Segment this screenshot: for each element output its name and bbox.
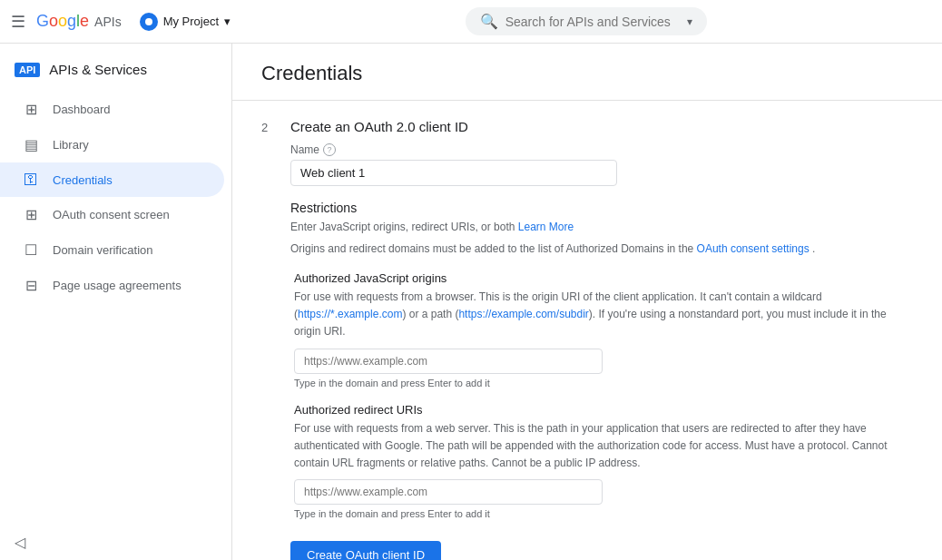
create-oauth-button[interactable]: Create OAuth client ID (290, 541, 441, 560)
restrictions-section: Restrictions Enter JavaScript origins, r… (290, 201, 913, 257)
name-help-icon[interactable]: ? (323, 143, 336, 156)
sidebar-nav: ⊞ Dashboard ▤ Library ⚿ Credentials ⊞ OA… (0, 92, 231, 303)
credentials-icon: ⚿ (22, 172, 40, 188)
main-body: 2 Create an OAuth 2.0 client ID Name ? R… (232, 101, 942, 560)
sidebar-collapse-button[interactable]: ◁ (0, 525, 231, 560)
name-field-group: Name ? (290, 143, 913, 186)
app-layout: API APIs & Services ⊞ Dashboard ▤ Librar… (0, 44, 942, 560)
js-origins-desc: For use with requests from a browser. Th… (294, 289, 913, 341)
sidebar-item-label: Dashboard (53, 103, 111, 116)
sidebar-item-label: Domain verification (53, 243, 153, 257)
page-usage-icon: ⊟ (22, 277, 40, 294)
js-wildcard-example: https://*.example.com (298, 308, 402, 320)
sidebar-item-label: OAuth consent screen (53, 208, 170, 221)
restrictions-title: Restrictions (290, 201, 913, 215)
search-icon: 🔍 (480, 13, 498, 30)
redirect-uris-section: Authorized redirect URIs For use with re… (290, 403, 913, 520)
step-title: Create an OAuth 2.0 client ID (290, 119, 913, 134)
search-bar: 🔍 ▾ (466, 7, 708, 35)
chevron-down-icon: ▾ (224, 15, 231, 28)
js-path-example: https://example.com/subdir (458, 308, 588, 320)
warning-text: Origins and redirect domains must be add… (290, 241, 913, 257)
search-input[interactable] (505, 15, 681, 29)
js-origins-input[interactable] (294, 349, 603, 374)
google-wordmark: Google (36, 12, 89, 31)
sidebar-header: API APIs & Services (0, 51, 231, 92)
oauth-consent-link[interactable]: OAuth consent settings (697, 242, 810, 255)
js-origins-title: Authorized JavaScript origins (294, 271, 913, 285)
js-origins-section: Authorized JavaScript origins For use wi… (290, 271, 913, 388)
topbar: ☰ Google APIs My Project ▾ 🔍 ▾ (0, 0, 942, 44)
redirect-uris-title: Authorized redirect URIs (294, 403, 913, 417)
sidebar-item-library[interactable]: ▤ Library (0, 127, 224, 162)
name-label: Name ? (290, 143, 913, 156)
project-selector[interactable]: My Project ▾ (140, 13, 231, 31)
sidebar-item-label: Page usage agreements (53, 279, 182, 292)
step-number: 2 (261, 121, 276, 134)
menu-icon[interactable]: ☰ (11, 12, 25, 32)
google-logo: Google APIs (36, 12, 122, 31)
redirect-uris-hint: Type in the domain and press Enter to ad… (294, 508, 913, 519)
page-title: Credentials (261, 62, 913, 85)
sidebar: API APIs & Services ⊞ Dashboard ▤ Librar… (0, 44, 232, 560)
sidebar-item-dashboard[interactable]: ⊞ Dashboard (0, 92, 224, 127)
project-name: My Project (163, 15, 219, 28)
redirect-uris-desc: For use with requests from a web server.… (294, 420, 913, 473)
search-dropdown-icon[interactable]: ▾ (687, 15, 692, 28)
step-content: Create an OAuth 2.0 client ID Name ? Res… (290, 119, 913, 560)
sidebar-item-label: Library (53, 138, 89, 152)
apis-label: APIs (94, 15, 122, 29)
name-input[interactable] (290, 160, 617, 186)
learn-more-link[interactable]: Learn More (518, 221, 574, 233)
api-badge: API (15, 63, 40, 77)
js-origins-hint: Type in the domain and press Enter to ad… (294, 378, 913, 388)
collapse-icon: ◁ (15, 534, 25, 551)
dashboard-icon: ⊞ (22, 101, 40, 118)
sidebar-item-domain-verification[interactable]: ☐ Domain verification (0, 232, 224, 268)
domain-icon: ☐ (22, 241, 40, 259)
project-icon (140, 13, 158, 31)
redirect-uris-input[interactable] (294, 479, 603, 505)
sidebar-item-oauth-consent[interactable]: ⊞ OAuth consent screen (0, 197, 224, 232)
oauth-icon: ⊞ (22, 206, 40, 223)
library-icon: ▤ (22, 136, 40, 153)
main-header: Credentials (232, 44, 942, 101)
restrictions-desc: Enter JavaScript origins, redirect URIs,… (290, 219, 913, 235)
sidebar-item-page-usage[interactable]: ⊟ Page usage agreements (0, 268, 224, 303)
step-row: 2 Create an OAuth 2.0 client ID Name ? R… (261, 119, 913, 560)
sidebar-item-credentials[interactable]: ⚿ Credentials (0, 162, 224, 197)
main-content: Credentials 2 Create an OAuth 2.0 client… (232, 44, 942, 560)
sidebar-item-label: Credentials (53, 173, 113, 187)
sidebar-title: APIs & Services (49, 62, 147, 77)
